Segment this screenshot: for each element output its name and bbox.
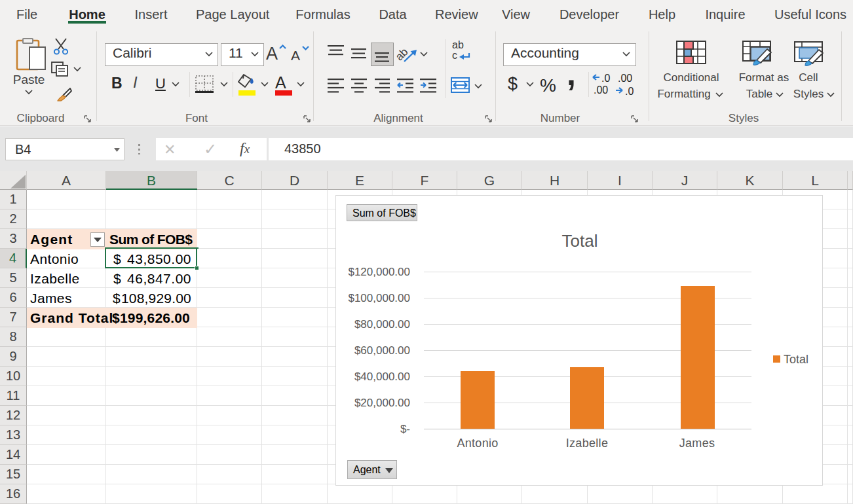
svg-text:.00: .00 xyxy=(618,73,632,84)
svg-text:.00: .00 xyxy=(594,84,608,96)
svg-text:.0: .0 xyxy=(601,73,610,84)
svg-text:A: A xyxy=(275,73,286,90)
svg-text:.0: .0 xyxy=(625,86,634,96)
svg-text:,: , xyxy=(567,73,576,92)
